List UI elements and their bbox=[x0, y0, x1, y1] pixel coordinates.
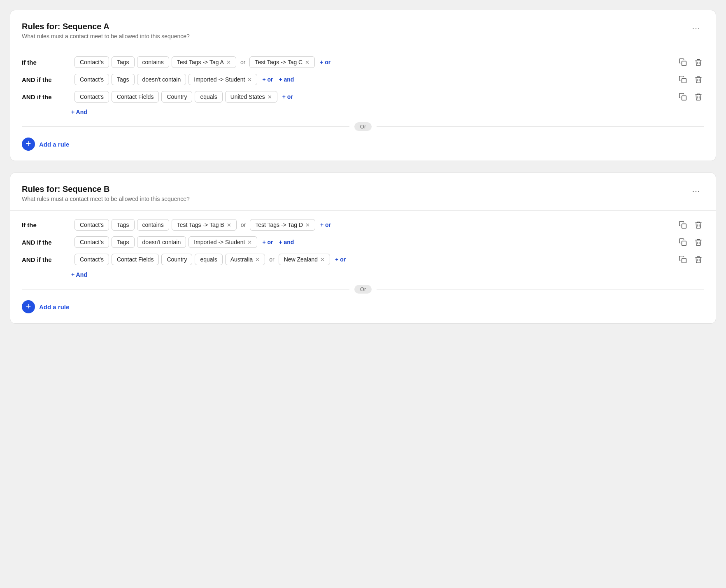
delete-rule-3-button[interactable] bbox=[693, 91, 704, 103]
chip-united-states[interactable]: United States ✕ bbox=[225, 91, 277, 103]
chip-tags-2: Tags bbox=[112, 74, 135, 85]
or-divider-line-right-b bbox=[377, 289, 704, 289]
plus-or-2[interactable]: + or bbox=[262, 76, 273, 83]
remove-tag-a[interactable]: ✕ bbox=[226, 59, 231, 65]
or-badge-b: Or bbox=[354, 285, 372, 294]
rule-3-actions bbox=[677, 91, 704, 103]
b-chip-equals-3: equals bbox=[195, 254, 222, 265]
delete-rule-2-button[interactable] bbox=[693, 74, 704, 85]
b-delete-rule-2-button[interactable] bbox=[693, 236, 704, 248]
b-chip-doesnt-contain-2: doesn't contain bbox=[137, 236, 186, 248]
chip-doesnt-contain-2: doesn't contain bbox=[137, 74, 186, 85]
copy-icon-3 bbox=[679, 93, 687, 101]
sequence-a-card: ⋯ Rules for: Sequence A What rules must … bbox=[10, 10, 716, 161]
sequence-b-rule-2: AND if the Contact's Tags doesn't contai… bbox=[22, 236, 704, 248]
rule-1-chips: Contact's Tags contains Test Tags -> Tag… bbox=[74, 56, 670, 68]
copy-rule-1-button[interactable] bbox=[677, 56, 689, 68]
b-remove-australia[interactable]: ✕ bbox=[255, 257, 260, 263]
add-rule-button-b[interactable]: + bbox=[22, 300, 35, 313]
b-copy-icon-2 bbox=[679, 238, 687, 246]
copy-icon-2 bbox=[679, 75, 687, 84]
rule-2-actions bbox=[677, 74, 704, 85]
or-divider-a: Or bbox=[22, 122, 704, 131]
chip-contains-1: contains bbox=[137, 56, 169, 68]
rule-3-chips: Contact's Contact Fields Country equals … bbox=[74, 91, 670, 103]
b-chip-tag-b[interactable]: Test Tags -> Tag B ✕ bbox=[172, 219, 237, 231]
plus-and-2[interactable]: + and bbox=[279, 76, 294, 83]
chip-tag-c[interactable]: Test Tags -> Tag C ✕ bbox=[249, 56, 315, 68]
sequence-a-title: Rules for: Sequence A bbox=[22, 22, 704, 31]
b-plus-or-2[interactable]: + or bbox=[262, 239, 273, 245]
add-rule-row-b: + Add a rule bbox=[22, 300, 704, 313]
b-rule-2-chips: Contact's Tags doesn't contain Imported … bbox=[74, 236, 670, 248]
svg-rect-0 bbox=[682, 61, 686, 66]
sequence-a-rule-3: AND if the Contact's Contact Fields Coun… bbox=[22, 91, 704, 103]
b-plus-or-3[interactable]: + or bbox=[335, 256, 346, 263]
rule-1-label: If the bbox=[22, 59, 71, 66]
sequence-a-divider bbox=[10, 48, 716, 48]
svg-rect-1 bbox=[682, 79, 686, 83]
b-plus-and-2[interactable]: + and bbox=[279, 239, 294, 245]
rule-3-label: AND if the bbox=[22, 93, 71, 100]
b-chip-new-zealand[interactable]: New Zealand ✕ bbox=[279, 254, 330, 265]
b-delete-rule-3-button[interactable] bbox=[693, 254, 704, 265]
add-rule-label-b[interactable]: Add a rule bbox=[39, 303, 69, 310]
b-chip-imported-student[interactable]: Imported -> Student ✕ bbox=[188, 236, 257, 248]
plus-and-label-a[interactable]: + And bbox=[71, 109, 87, 115]
copy-rule-3-button[interactable] bbox=[677, 91, 689, 103]
sequence-a-subtitle: What rules must a contact meet to be all… bbox=[22, 33, 704, 40]
trash-icon-3 bbox=[694, 93, 703, 101]
chip-contacts-2: Contact's bbox=[74, 74, 109, 85]
b-chip-contains-1: contains bbox=[137, 219, 169, 231]
sequence-b-subtitle: What rules must a contact meet to be all… bbox=[22, 196, 704, 202]
b-delete-rule-1-button[interactable] bbox=[693, 219, 704, 231]
remove-imported-student-2[interactable]: ✕ bbox=[247, 77, 252, 83]
sequence-b-divider bbox=[10, 210, 716, 211]
b-copy-rule-1-button[interactable] bbox=[677, 219, 689, 231]
remove-united-states[interactable]: ✕ bbox=[268, 94, 272, 100]
plus-icon-a: + bbox=[26, 139, 31, 148]
b-copy-icon-3 bbox=[679, 255, 687, 264]
delete-rule-1-button[interactable] bbox=[693, 56, 704, 68]
b-rule-3-label: AND if the bbox=[22, 256, 71, 263]
sequence-a-menu-button[interactable]: ⋯ bbox=[689, 22, 704, 35]
plus-icon-b: + bbox=[26, 302, 31, 311]
b-remove-new-zealand[interactable]: ✕ bbox=[320, 257, 325, 263]
b-copy-rule-2-button[interactable] bbox=[677, 236, 689, 248]
b-chip-tags-1: Tags bbox=[112, 219, 135, 231]
sequence-b-menu-button[interactable]: ⋯ bbox=[689, 184, 704, 198]
b-chip-tag-d[interactable]: Test Tags -> Tag D ✕ bbox=[250, 219, 315, 231]
b-chip-australia[interactable]: Australia ✕ bbox=[225, 254, 265, 265]
b-trash-icon-1 bbox=[694, 221, 703, 229]
b-chip-contacts-3: Contact's bbox=[74, 254, 109, 265]
plus-or-1[interactable]: + or bbox=[320, 59, 330, 65]
svg-rect-2 bbox=[682, 96, 686, 100]
svg-rect-4 bbox=[682, 241, 686, 246]
sequence-b-card: ⋯ Rules for: Sequence B What rules must … bbox=[10, 173, 716, 324]
rule-2-chips: Contact's Tags doesn't contain Imported … bbox=[74, 74, 670, 85]
b-remove-tag-b[interactable]: ✕ bbox=[227, 222, 231, 228]
chip-tag-a[interactable]: Test Tags -> Tag A ✕ bbox=[172, 56, 236, 68]
b-remove-tag-d[interactable]: ✕ bbox=[305, 222, 310, 228]
add-rule-row-a: + Add a rule bbox=[22, 138, 704, 151]
b-rule-2-label: AND if the bbox=[22, 239, 71, 246]
chip-country-3: Country bbox=[161, 91, 192, 103]
chip-imported-student-2[interactable]: Imported -> Student ✕ bbox=[188, 74, 257, 85]
remove-tag-c[interactable]: ✕ bbox=[305, 59, 309, 65]
or-divider-line-left-b bbox=[22, 289, 349, 289]
b-rule-3-chips: Contact's Contact Fields Country equals … bbox=[74, 254, 670, 265]
add-rule-label-a[interactable]: Add a rule bbox=[39, 141, 69, 148]
add-rule-button-a[interactable]: + bbox=[22, 138, 35, 151]
rule-2-label: AND if the bbox=[22, 76, 71, 83]
copy-icon-1 bbox=[679, 58, 687, 66]
b-remove-imported-student[interactable]: ✕ bbox=[247, 239, 252, 245]
plus-and-label-b[interactable]: + And bbox=[71, 271, 87, 278]
plus-or-3[interactable]: + or bbox=[282, 93, 293, 100]
or-text-1: or bbox=[240, 59, 245, 65]
b-plus-or-1[interactable]: + or bbox=[320, 222, 331, 228]
sequence-b-title: Rules for: Sequence B bbox=[22, 184, 704, 194]
copy-rule-2-button[interactable] bbox=[677, 74, 689, 85]
dots-icon-b: ⋯ bbox=[692, 187, 701, 196]
or-divider-b: Or bbox=[22, 285, 704, 294]
b-copy-rule-3-button[interactable] bbox=[677, 254, 689, 265]
